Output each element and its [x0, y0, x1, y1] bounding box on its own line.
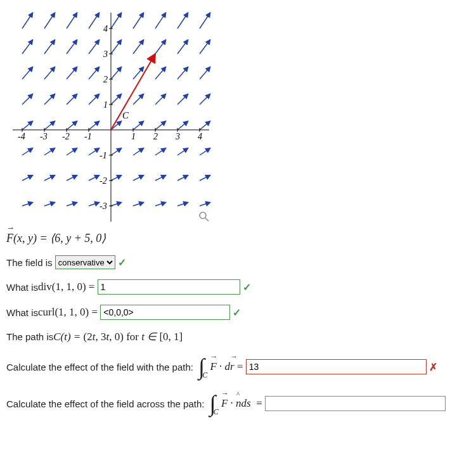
svg-line-42 [111, 67, 122, 79]
svg-line-43 [111, 40, 122, 54]
svg-line-33 [89, 67, 100, 79]
svg-text:4: 4 [198, 132, 202, 141]
svg-line-29 [89, 175, 100, 181]
svg-text:-3: -3 [100, 201, 107, 211]
svg-line-64 [177, 202, 188, 206]
svg-line-21 [67, 148, 77, 155]
svg-line-22 [67, 121, 77, 130]
svg-line-74 [200, 175, 210, 181]
q2-prompt: What is [6, 282, 38, 293]
svg-line-31 [89, 121, 100, 130]
vector-field-arrows [22, 13, 210, 222]
svg-line-12 [44, 148, 55, 155]
svg-line-73 [200, 202, 210, 206]
svg-line-114 [205, 218, 209, 221]
svg-line-66 [177, 148, 188, 155]
curl-input[interactable] [100, 305, 230, 320]
q4-prompt: Calculate the effect of the field with t… [6, 362, 193, 372]
svg-line-17 [44, 13, 55, 29]
svg-line-56 [155, 175, 166, 181]
q-line-integral: Calculate the effect of the field with t… [6, 353, 470, 380]
svg-text:2: 2 [103, 75, 108, 84]
svg-point-113 [200, 212, 206, 219]
line-integral-input[interactable] [246, 359, 427, 374]
svg-line-6 [22, 67, 33, 79]
svg-line-40 [111, 121, 122, 130]
svg-line-4 [22, 121, 33, 130]
magnify-icon[interactable] [200, 212, 209, 221]
svg-line-76 [200, 121, 210, 130]
q1-prompt: The field is [6, 257, 53, 268]
svg-line-25 [67, 40, 77, 54]
svg-text:-2: -2 [62, 132, 70, 141]
q-conservative: The field is conservative ✓ [6, 255, 470, 269]
svg-line-10 [44, 202, 55, 206]
svg-line-23 [67, 94, 77, 105]
svg-line-67 [177, 121, 188, 130]
svg-line-2 [22, 175, 33, 181]
svg-line-8 [22, 13, 33, 29]
q-curl: What is curl(1, 1, 0) = ✓ [6, 305, 470, 320]
svg-line-79 [200, 40, 210, 54]
svg-text:3: 3 [103, 49, 108, 59]
svg-line-70 [177, 40, 188, 54]
svg-line-65 [177, 175, 188, 181]
svg-line-34 [89, 40, 100, 54]
svg-line-37 [111, 202, 122, 206]
svg-text:3: 3 [175, 132, 180, 141]
svg-line-38 [111, 175, 122, 181]
check-icon: ✓ [118, 257, 126, 269]
svg-line-57 [155, 148, 166, 155]
curve-label-C: C [122, 110, 129, 120]
svg-line-60 [155, 67, 166, 79]
svg-line-50 [133, 94, 144, 105]
svg-line-16 [44, 40, 55, 54]
svg-line-1 [22, 202, 33, 206]
svg-line-24 [67, 67, 77, 79]
field-type-select[interactable]: conservative [55, 255, 115, 269]
svg-text:1: 1 [131, 132, 136, 141]
svg-line-59 [155, 94, 166, 105]
svg-line-35 [89, 13, 100, 29]
check-icon: ✓ [233, 307, 241, 319]
svg-line-28 [89, 202, 100, 206]
svg-line-39 [111, 148, 122, 155]
svg-line-11 [44, 175, 55, 181]
svg-text:2: 2 [153, 132, 158, 141]
svg-line-78 [200, 67, 210, 79]
svg-line-68 [177, 94, 188, 105]
field-formula: F→(x, y) = ⟨6, y + 5, 0⟩ [6, 231, 470, 245]
svg-line-47 [133, 175, 144, 181]
div-input[interactable] [98, 279, 240, 295]
svg-text:-2: -2 [100, 176, 107, 186]
svg-text:-3: -3 [40, 132, 48, 141]
q5-prompt: Calculate the effect of the field across… [6, 398, 204, 409]
svg-line-3 [22, 148, 33, 155]
svg-line-19 [67, 202, 77, 206]
svg-line-75 [200, 148, 210, 155]
flux-integral-input[interactable] [265, 396, 446, 411]
q-flux-integral: Calculate the effect of the field across… [6, 390, 470, 417]
check-icon: ✓ [243, 281, 251, 293]
svg-line-30 [89, 148, 100, 155]
svg-line-80 [200, 13, 210, 29]
svg-line-77 [200, 94, 210, 105]
svg-line-44 [111, 13, 122, 29]
svg-line-26 [67, 13, 77, 29]
svg-line-32 [89, 94, 100, 105]
svg-line-20 [67, 175, 77, 181]
svg-line-48 [133, 148, 144, 155]
svg-line-46 [133, 202, 144, 206]
plot-svg: -4-3-2-11234-4-3-2-11234 C [6, 6, 215, 222]
svg-line-49 [133, 121, 144, 130]
svg-line-14 [44, 94, 55, 105]
cross-icon: ✗ [429, 361, 437, 373]
svg-text:1: 1 [103, 100, 108, 110]
svg-line-55 [155, 202, 166, 206]
path-definition: The path is C(t) = (2t, 3t, 0) for t ∈ [… [6, 330, 470, 343]
path-vector-arrow [111, 54, 155, 130]
svg-line-69 [177, 67, 188, 79]
svg-text:4: 4 [103, 24, 108, 34]
svg-line-52 [133, 40, 144, 54]
q3-prompt: What is [6, 307, 38, 318]
